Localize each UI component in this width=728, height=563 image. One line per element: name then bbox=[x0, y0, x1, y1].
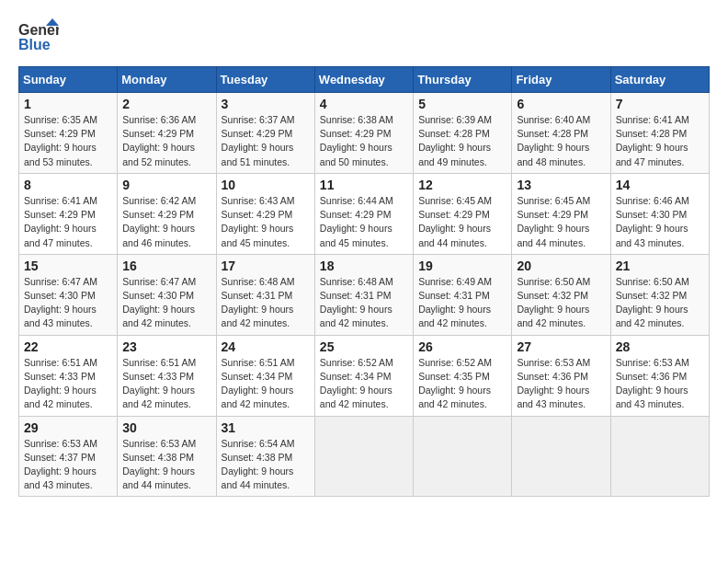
sunrise-label: Sunrise: 6:53 AM bbox=[24, 438, 97, 449]
calendar-cell: 1 Sunrise: 6:35 AM Sunset: 4:29 PM Dayli… bbox=[19, 93, 118, 174]
day-number: 22 bbox=[24, 339, 112, 354]
day-number: 15 bbox=[24, 259, 112, 273]
daylight-label: Daylight: 9 hours and 44 minutes. bbox=[517, 223, 589, 247]
sunrise-label: Sunrise: 6:50 AM bbox=[517, 276, 590, 287]
week-row-5: 29 Sunrise: 6:53 AM Sunset: 4:37 PM Dayl… bbox=[19, 416, 710, 497]
daylight-label: Daylight: 9 hours and 51 minutes. bbox=[222, 142, 294, 167]
sunrise-label: Sunrise: 6:53 AM bbox=[616, 357, 689, 368]
sunrise-label: Sunrise: 6:42 AM bbox=[122, 195, 196, 206]
weekday-sunday: Sunday bbox=[19, 67, 118, 93]
calendar-cell: 29 Sunrise: 6:53 AM Sunset: 4:37 PM Dayl… bbox=[19, 416, 118, 497]
calendar-cell bbox=[414, 416, 512, 497]
daylight-label: Daylight: 9 hours and 42 minutes. bbox=[616, 304, 688, 328]
sunset-label: Sunset: 4:34 PM bbox=[320, 371, 392, 382]
daylight-label: Daylight: 9 hours and 42 minutes. bbox=[122, 304, 195, 328]
day-number: 8 bbox=[24, 178, 112, 192]
sunrise-label: Sunrise: 6:45 AM bbox=[517, 195, 590, 206]
sunrise-label: Sunrise: 6:48 AM bbox=[320, 276, 393, 287]
day-number: 27 bbox=[517, 339, 605, 354]
sunset-label: Sunset: 4:34 PM bbox=[222, 371, 293, 382]
calendar-cell: 28 Sunrise: 6:53 AM Sunset: 4:36 PM Dayl… bbox=[610, 335, 709, 416]
sunset-label: Sunset: 4:29 PM bbox=[122, 128, 194, 139]
daylight-label: Daylight: 9 hours and 42 minutes. bbox=[24, 385, 97, 409]
day-info: Sunrise: 6:53 AM Sunset: 4:38 PM Dayligh… bbox=[122, 437, 210, 493]
sunrise-label: Sunrise: 6:37 AM bbox=[222, 114, 295, 125]
sunset-label: Sunset: 4:32 PM bbox=[517, 290, 588, 301]
calendar-cell: 30 Sunrise: 6:53 AM Sunset: 4:38 PM Dayl… bbox=[118, 416, 216, 497]
sunset-label: Sunset: 4:29 PM bbox=[418, 209, 490, 220]
calendar-cell: 25 Sunrise: 6:52 AM Sunset: 4:34 PM Dayl… bbox=[314, 335, 413, 416]
daylight-label: Daylight: 9 hours and 43 minutes. bbox=[24, 304, 97, 328]
calendar-cell: 8 Sunrise: 6:41 AM Sunset: 4:29 PM Dayli… bbox=[19, 173, 118, 254]
day-info: Sunrise: 6:51 AM Sunset: 4:33 PM Dayligh… bbox=[122, 356, 210, 412]
day-number: 28 bbox=[616, 339, 704, 354]
calendar-cell: 17 Sunrise: 6:48 AM Sunset: 4:31 PM Dayl… bbox=[216, 254, 314, 335]
calendar-cell: 9 Sunrise: 6:42 AM Sunset: 4:29 PM Dayli… bbox=[118, 173, 216, 254]
day-number: 16 bbox=[122, 259, 210, 273]
daylight-label: Daylight: 9 hours and 44 minutes. bbox=[222, 465, 294, 490]
daylight-label: Daylight: 9 hours and 47 minutes. bbox=[616, 142, 688, 167]
day-number: 21 bbox=[616, 259, 704, 273]
sunrise-label: Sunrise: 6:35 AM bbox=[24, 114, 97, 125]
calendar-cell bbox=[314, 416, 413, 497]
day-info: Sunrise: 6:46 AM Sunset: 4:30 PM Dayligh… bbox=[616, 194, 704, 250]
day-info: Sunrise: 6:47 AM Sunset: 4:30 PM Dayligh… bbox=[24, 275, 112, 331]
day-info: Sunrise: 6:53 AM Sunset: 4:36 PM Dayligh… bbox=[616, 356, 704, 412]
calendar-cell: 14 Sunrise: 6:46 AM Sunset: 4:30 PM Dayl… bbox=[610, 173, 709, 254]
calendar-cell: 16 Sunrise: 6:47 AM Sunset: 4:30 PM Dayl… bbox=[118, 254, 216, 335]
day-number: 17 bbox=[222, 259, 310, 273]
sunrise-label: Sunrise: 6:50 AM bbox=[616, 276, 689, 287]
sunset-label: Sunset: 4:33 PM bbox=[24, 371, 96, 382]
day-info: Sunrise: 6:41 AM Sunset: 4:28 PM Dayligh… bbox=[616, 113, 704, 169]
calendar-cell: 5 Sunrise: 6:39 AM Sunset: 4:28 PM Dayli… bbox=[414, 93, 512, 174]
week-row-4: 22 Sunrise: 6:51 AM Sunset: 4:33 PM Dayl… bbox=[19, 335, 710, 416]
calendar-cell: 18 Sunrise: 6:48 AM Sunset: 4:31 PM Dayl… bbox=[314, 254, 413, 335]
day-info: Sunrise: 6:47 AM Sunset: 4:30 PM Dayligh… bbox=[122, 275, 210, 331]
day-info: Sunrise: 6:49 AM Sunset: 4:31 PM Dayligh… bbox=[418, 275, 506, 331]
sunrise-label: Sunrise: 6:36 AM bbox=[122, 114, 196, 125]
calendar-cell: 13 Sunrise: 6:45 AM Sunset: 4:29 PM Dayl… bbox=[512, 173, 610, 254]
sunset-label: Sunset: 4:29 PM bbox=[517, 209, 588, 220]
week-row-1: 1 Sunrise: 6:35 AM Sunset: 4:29 PM Dayli… bbox=[19, 93, 710, 174]
week-row-3: 15 Sunrise: 6:47 AM Sunset: 4:30 PM Dayl… bbox=[19, 254, 710, 335]
svg-text:Blue: Blue bbox=[18, 37, 51, 52]
sunset-label: Sunset: 4:29 PM bbox=[122, 209, 194, 220]
calendar-cell: 24 Sunrise: 6:51 AM Sunset: 4:34 PM Dayl… bbox=[216, 335, 314, 416]
sunset-label: Sunset: 4:36 PM bbox=[517, 371, 588, 382]
day-number: 31 bbox=[222, 420, 310, 435]
day-number: 14 bbox=[616, 178, 704, 192]
sunset-label: Sunset: 4:29 PM bbox=[24, 128, 96, 139]
daylight-label: Daylight: 9 hours and 42 minutes. bbox=[320, 385, 392, 409]
daylight-label: Daylight: 9 hours and 42 minutes. bbox=[517, 304, 589, 328]
daylight-label: Daylight: 9 hours and 43 minutes. bbox=[517, 385, 589, 409]
day-number: 26 bbox=[418, 339, 506, 354]
daylight-label: Daylight: 9 hours and 42 minutes. bbox=[320, 304, 392, 328]
sunset-label: Sunset: 4:31 PM bbox=[418, 290, 490, 301]
sunrise-label: Sunrise: 6:45 AM bbox=[418, 195, 492, 206]
calendar-cell: 26 Sunrise: 6:52 AM Sunset: 4:35 PM Dayl… bbox=[414, 335, 512, 416]
calendar-cell: 15 Sunrise: 6:47 AM Sunset: 4:30 PM Dayl… bbox=[19, 254, 118, 335]
day-number: 3 bbox=[222, 97, 310, 111]
calendar-cell: 19 Sunrise: 6:49 AM Sunset: 4:31 PM Dayl… bbox=[414, 254, 512, 335]
day-info: Sunrise: 6:48 AM Sunset: 4:31 PM Dayligh… bbox=[222, 275, 310, 331]
sunrise-label: Sunrise: 6:41 AM bbox=[616, 114, 689, 125]
sunset-label: Sunset: 4:37 PM bbox=[24, 452, 96, 463]
calendar-cell: 7 Sunrise: 6:41 AM Sunset: 4:28 PM Dayli… bbox=[610, 93, 709, 174]
sunrise-label: Sunrise: 6:48 AM bbox=[222, 276, 295, 287]
weekday-wednesday: Wednesday bbox=[314, 67, 413, 93]
calendar-cell: 21 Sunrise: 6:50 AM Sunset: 4:32 PM Dayl… bbox=[610, 254, 709, 335]
daylight-label: Daylight: 9 hours and 43 minutes. bbox=[616, 223, 688, 247]
day-number: 24 bbox=[222, 339, 310, 354]
sunrise-label: Sunrise: 6:49 AM bbox=[418, 276, 492, 287]
calendar-body: 1 Sunrise: 6:35 AM Sunset: 4:29 PM Dayli… bbox=[19, 93, 710, 497]
calendar-cell: 23 Sunrise: 6:51 AM Sunset: 4:33 PM Dayl… bbox=[118, 335, 216, 416]
sunrise-label: Sunrise: 6:39 AM bbox=[418, 114, 492, 125]
calendar-table: SundayMondayTuesdayWednesdayThursdayFrid… bbox=[18, 66, 710, 497]
sunset-label: Sunset: 4:31 PM bbox=[222, 290, 293, 301]
daylight-label: Daylight: 9 hours and 42 minutes. bbox=[222, 304, 294, 328]
weekday-header-row: SundayMondayTuesdayWednesdayThursdayFrid… bbox=[19, 67, 710, 93]
week-row-2: 8 Sunrise: 6:41 AM Sunset: 4:29 PM Dayli… bbox=[19, 173, 710, 254]
day-number: 2 bbox=[122, 97, 210, 111]
logo: General Blue bbox=[18, 18, 59, 52]
sunrise-label: Sunrise: 6:51 AM bbox=[24, 357, 97, 368]
